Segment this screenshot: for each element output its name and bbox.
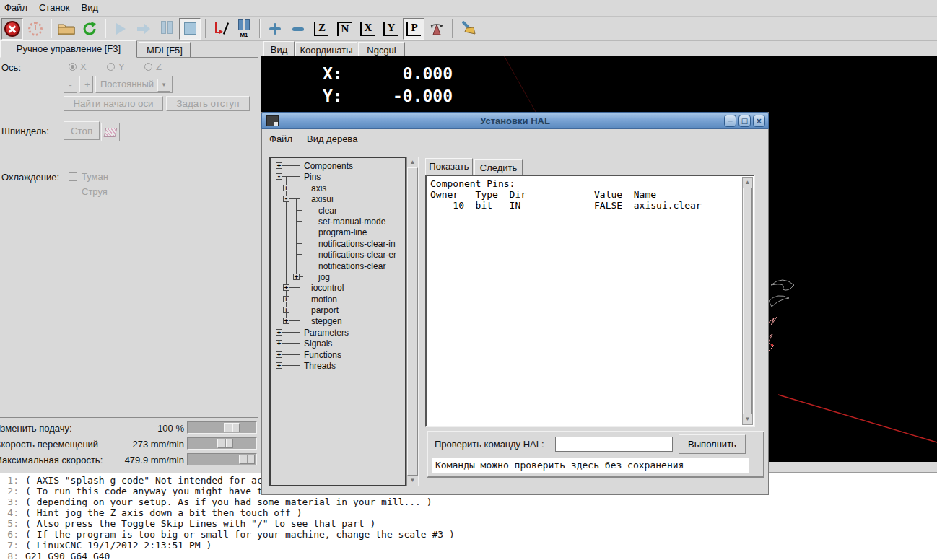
zoom-out-button[interactable]: [287, 18, 309, 40]
gcode-line[interactable]: 3:( depending on your setup. As if you h…: [0, 496, 937, 507]
estop-button[interactable]: [1, 18, 23, 40]
expand-icon[interactable]: [276, 362, 282, 369]
tree-item-stepgen[interactable]: stepgen: [271, 315, 405, 326]
mist-checkbox[interactable]: Туман: [69, 171, 108, 182]
slider-handle[interactable]: [239, 455, 255, 464]
tab-mdi[interactable]: MDI [F5]: [139, 42, 191, 57]
tree-item-axisui[interactable]: axisui: [271, 193, 405, 204]
pause-program-button[interactable]: [156, 18, 178, 40]
slider-handle[interactable]: [217, 439, 233, 448]
tree-item-clear[interactable]: clear: [271, 205, 405, 216]
tab-manual-control[interactable]: Ручное управление [F3]: [0, 40, 137, 58]
tree-item-notifications-clear-er[interactable]: notifications-clear-er: [271, 249, 405, 260]
expand-icon[interactable]: [293, 274, 300, 280]
output-scrollbar[interactable]: ▲ ▼: [742, 177, 753, 425]
tree-item-components[interactable]: Components: [271, 160, 405, 171]
expand-icon[interactable]: [276, 351, 282, 358]
feed-override-slider[interactable]: [187, 421, 257, 434]
optional-pause-button[interactable]: M1: [233, 18, 255, 40]
expand-icon[interactable]: [276, 329, 282, 336]
tree-item-signals[interactable]: Signals: [271, 338, 405, 349]
tree-item-axis[interactable]: axis: [271, 183, 405, 193]
reload-program-button[interactable]: [79, 18, 100, 40]
expand-icon[interactable]: [283, 296, 289, 302]
tree-item-notifications-clear-in[interactable]: notifications-clear-in: [271, 238, 405, 249]
tree-item-motion[interactable]: motion: [271, 294, 405, 305]
toggle-skip-lines-button[interactable]: [210, 18, 232, 40]
expand-icon[interactable]: [276, 162, 282, 169]
execute-button[interactable]: Выполнить: [679, 434, 746, 454]
view-y-button[interactable]: Y: [380, 18, 401, 40]
expand-icon[interactable]: [276, 340, 282, 346]
slider-handle[interactable]: [224, 423, 240, 432]
tree-scrollbar[interactable]: ▲ ▼: [406, 157, 419, 486]
spindle-stop-button[interactable]: Стоп: [64, 121, 100, 140]
gcode-line[interactable]: 4:( Hint jog the Z axis down a bit then …: [0, 507, 937, 518]
scrollbar-thumb[interactable]: [743, 188, 752, 414]
view-z2-button[interactable]: N: [334, 18, 355, 40]
tree-item-parport[interactable]: parport: [271, 305, 405, 315]
tree-item-parameters[interactable]: Parameters: [271, 327, 405, 338]
view-z-button[interactable]: Z: [310, 18, 332, 40]
hal-show-output[interactable]: Component Pins: Owner Type Dir Value Nam…: [425, 175, 755, 427]
hal-command-input[interactable]: [555, 437, 673, 452]
max-velocity-slider[interactable]: [187, 453, 257, 465]
rotate-view-button[interactable]: [426, 18, 448, 40]
scroll-up-icon[interactable]: ▲: [407, 157, 418, 167]
stop-program-button[interactable]: [179, 18, 201, 40]
tab-watch[interactable]: Следить: [474, 159, 523, 175]
tree-item-iocontrol[interactable]: iocontrol: [271, 282, 405, 293]
home-axis-button[interactable]: Найти начало оси: [64, 96, 163, 111]
menu-file[interactable]: Файл: [0, 1, 35, 15]
tab-show[interactable]: Показать: [425, 158, 473, 175]
touch-off-button[interactable]: Задать отступ: [166, 96, 250, 111]
open-file-button[interactable]: [56, 18, 77, 40]
jog-speed-slider[interactable]: [187, 437, 257, 450]
zoom-in-button[interactable]: [264, 18, 286, 40]
scrollbar-thumb[interactable]: [407, 167, 418, 476]
axis-x-radio[interactable]: X: [69, 61, 87, 72]
tree-item-pins[interactable]: Pins: [271, 171, 405, 182]
minimize-button[interactable]: −: [724, 115, 736, 127]
expand-icon[interactable]: [283, 284, 289, 291]
jog-mode-dropdown[interactable]: Постоянный ▼: [95, 76, 173, 93]
hal-tree[interactable]: Components Pins axis axisui clear set-ma…: [269, 157, 406, 486]
gcode-line[interactable]: 5:( Also press the Toggle Skip Lines wit…: [0, 518, 937, 529]
axis-z-radio[interactable]: Z: [144, 61, 162, 72]
menu-view[interactable]: Вид: [77, 1, 106, 15]
gcode-line[interactable]: 8:G21 G90 G64 G40: [0, 551, 937, 560]
view-p-button[interactable]: P: [403, 18, 424, 40]
tab-ngcgui[interactable]: Ngcgui: [358, 42, 405, 56]
expand-icon[interactable]: [283, 185, 289, 191]
hal-menu-file[interactable]: Файл: [262, 131, 300, 146]
spindle-brake-button[interactable]: [101, 123, 120, 141]
tree-item-notifications-clear[interactable]: notifications-clear: [271, 261, 405, 271]
step-program-button[interactable]: [133, 18, 154, 40]
tab-dro[interactable]: Координаты: [295, 42, 357, 56]
close-button[interactable]: ×: [753, 115, 765, 127]
jog-minus-button[interactable]: -: [64, 76, 77, 93]
expand-icon[interactable]: [283, 318, 289, 324]
scroll-down-icon[interactable]: ▼: [743, 414, 752, 424]
tree-item-jog[interactable]: jog: [271, 271, 405, 282]
axis-y-radio[interactable]: Y: [107, 61, 125, 72]
tree-item-threads[interactable]: Threads: [271, 360, 405, 371]
jog-plus-button[interactable]: +: [79, 76, 93, 93]
tree-item-set-manual-mode[interactable]: set-manual-mode: [271, 216, 405, 227]
gcode-line[interactable]: 6:( If the program is too big or small f…: [0, 529, 937, 540]
gcode-line[interactable]: 7:( LinuxCNC 19/1/2012 2:13:51 PM ): [0, 540, 937, 551]
machine-power-button[interactable]: [25, 18, 46, 40]
collapse-icon[interactable]: [276, 173, 282, 180]
menu-machine[interactable]: Станок: [35, 1, 77, 15]
expand-icon[interactable]: [283, 307, 289, 313]
flood-checkbox[interactable]: Струя: [69, 186, 108, 197]
tab-preview[interactable]: Вид: [263, 41, 295, 56]
tree-item-functions[interactable]: Functions: [271, 349, 405, 360]
view-x-button[interactable]: X: [357, 18, 378, 40]
tree-item-program-line[interactable]: program-line: [271, 227, 405, 237]
hal-titlebar[interactable]: Установки HAL − □ ×: [261, 112, 769, 129]
scroll-up-icon[interactable]: ▲: [743, 178, 752, 188]
clear-plot-button[interactable]: [457, 18, 479, 40]
scroll-down-icon[interactable]: ▼: [407, 476, 418, 486]
maximize-button[interactable]: □: [738, 115, 751, 127]
